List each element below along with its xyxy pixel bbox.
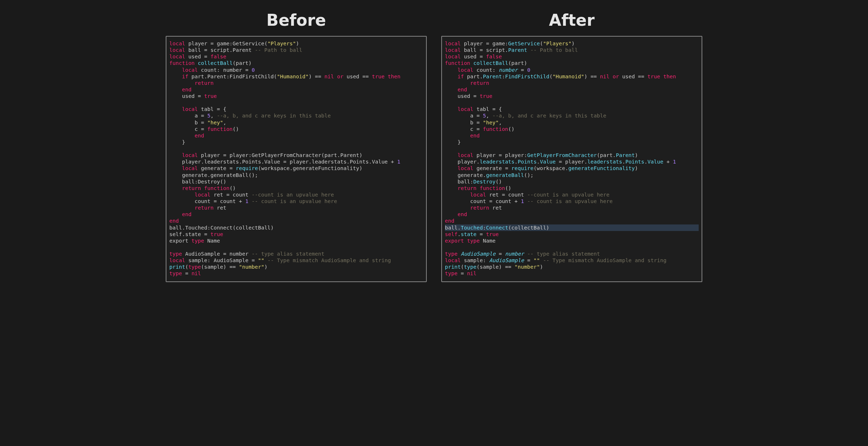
before-title: Before [166,11,427,29]
comparison-page: Before local player = game:GetService("P… [0,0,868,297]
before-column: Before local player = game:GetService("P… [166,7,427,282]
after-code: local player = game:GetService("Players"… [445,40,699,277]
after-column: After local player = game:GetService("Pl… [441,7,702,282]
before-code: local player = game:GetService("Players"… [169,40,423,277]
before-codebox[interactable]: local player = game:GetService("Players"… [166,36,427,282]
after-title: After [441,11,702,29]
after-codebox[interactable]: local player = game:GetService("Players"… [441,36,702,282]
